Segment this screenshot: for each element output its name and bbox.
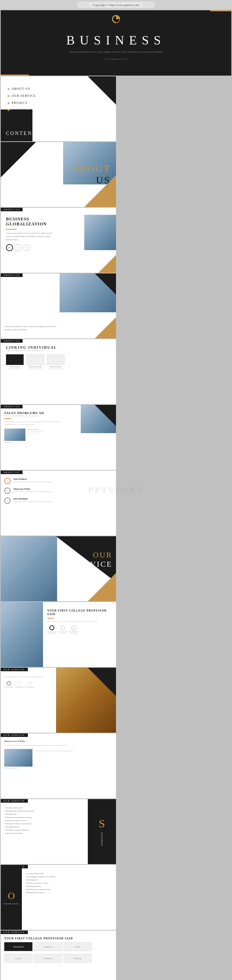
slide-2-about: ABOUT US	[1, 142, 116, 207]
slide1-title: BUSINESS	[66, 33, 166, 48]
slide-8-right: OUR SERVICE YOUR FIRST COLLEGE PROFESSOR…	[1, 931, 116, 980]
biz-body: Lorem ipsum dolor sit amet consectetur a…	[6, 232, 55, 241]
tag-s8r: OUR SERVICE	[1, 931, 28, 934]
slide-6-left: OUR SERVICE YOUR FIRST COLLEGE PROFESSOR…	[1, 602, 116, 667]
item-s4r-1: Our Projects	[4, 442, 25, 443]
about-title-1: ABOUT	[71, 163, 111, 175]
page-container: Copyright © http://www.pptstore.net BUSI…	[0, 2, 232, 980]
linking-title: LINKING INDIVIDUAL	[6, 345, 111, 349]
slide3r-body: Lorem ipsum dolor sit amet consectetur a…	[4, 325, 57, 331]
tag-s7l: OUR SERVICE	[1, 733, 28, 737]
tag-about-us-r: ABOUT US	[1, 274, 22, 277]
about-title-2: US	[71, 175, 111, 186]
pie-icon	[111, 14, 121, 24]
slide-7-left: OUR SERVICE Showcase FAQs Lorem ipsum do…	[1, 733, 116, 799]
tag-s4r: ABOUT US	[1, 405, 22, 408]
biz-title2: GLOBALIZATION	[6, 221, 55, 227]
slide-3-left: ABOUT US BUSINESS GLOBALIZATION Lorem ip…	[1, 208, 116, 273]
slide1-url: www.companyname.com	[103, 57, 128, 60]
item-s5l-1: Our Projects	[13, 477, 52, 480]
watermark-top: Copyright © http://www.pptstore.net	[77, 2, 155, 8]
our-service-title1: OUR	[73, 550, 112, 560]
item-s6r-1: Our Projects	[4, 686, 13, 688]
strength-label: STRENGTH	[101, 832, 103, 846]
menu-item-1: ▶ ABOUT US	[8, 87, 36, 91]
slide-7-right: OUR SERVICE S STRENGTH • Creating a busi…	[1, 799, 116, 864]
menu-item-3: ▶ PROJECT	[8, 101, 36, 105]
slide-5-right: OUR SERVICE	[1, 536, 116, 601]
item-s6r-2: Our Projects	[15, 686, 24, 688]
linking-sub: THE CORPORATION WORLD	[6, 349, 111, 352]
slide-5-left: ABOUT US 1 Our Projects Lorem ipsum dolo…	[1, 471, 116, 536]
slide-4-right: ABOUT US SALES PROBLEMS AD EPTIS BLANDIT…	[1, 405, 116, 470]
tag-about-us: ABOUT US	[1, 208, 22, 211]
slide-4-left: ABOUT US LINKING INDIVIDUAL THE CORPORAT…	[1, 339, 116, 404]
item-s5l-2: Showcase FAQs	[13, 487, 52, 490]
strength-letter: S	[99, 817, 105, 830]
menu-item-2: ▶ OUR SERVICE	[8, 94, 36, 97]
item-s5l-3: Our Portfolio	[13, 498, 52, 500]
tag-s4l: ABOUT US	[1, 339, 22, 343]
sales-title: SALES PROBLEMS AD	[4, 411, 61, 415]
our-service-title2: SERVICE	[73, 560, 112, 569]
content-label: CONTENT	[6, 131, 36, 136]
tag-s6r: OUR SERVICE	[1, 668, 28, 671]
service1-title: YOUR FIRST COLLEGE PROFESSOR SAID	[47, 609, 112, 616]
opp-label: OPPORTUNITY	[3, 903, 19, 905]
showcase-title: Showcase FAQs	[4, 740, 112, 743]
slide-2-menu: CONTENT ▶ ABOUT US ▶ OUR SERVICE ▶ PROJE…	[1, 76, 116, 141]
opp-letter: O	[8, 890, 15, 902]
slide1-subtitle: Praesent sollicitudin varius auctor. Int…	[69, 51, 163, 53]
slide-8-left: OUR SERVICE O OPPORTUNITY • Creating a b…	[1, 865, 116, 930]
slide-3-right: ABOUT US Lorem ipsum dolor sit amet cons…	[1, 274, 116, 339]
tag-s5l: ABOUT US	[1, 471, 22, 474]
biz-title1: BUSINESS	[6, 216, 55, 221]
tag-s7r: OUR SERVICE	[1, 799, 28, 803]
item-s6r-3: Our Projects	[25, 686, 34, 688]
menu-item-4: ▶ WORKPLAN	[8, 108, 36, 111]
slide-1-title: BUSINESS Praesent sollicitudin varius au…	[1, 10, 231, 76]
slide-6-right: OUR SERVICE Lorem ipsum dolor sit amet c…	[1, 668, 116, 733]
sales-sub: EPTIS BLANDIT PLACERAT	[4, 415, 61, 417]
prof-title: YOUR FIRST COLLEGE PROFESSOR SAID	[4, 937, 112, 940]
